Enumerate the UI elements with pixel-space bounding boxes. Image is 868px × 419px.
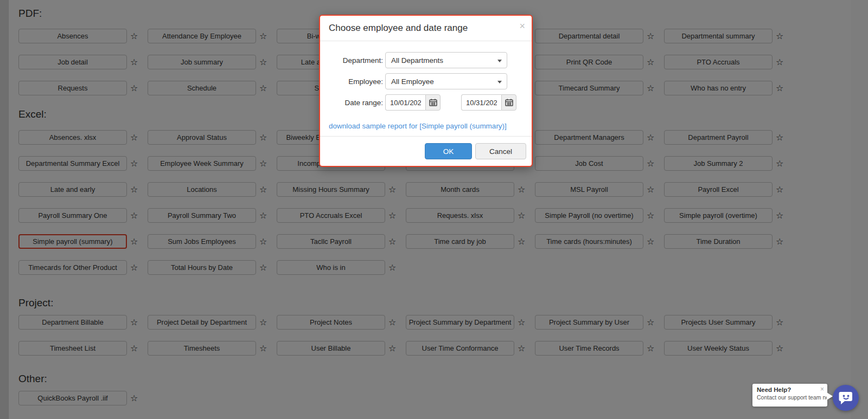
department-select[interactable]: All Departments: [385, 52, 507, 68]
ok-button[interactable]: OK: [425, 143, 472, 159]
end-date-group: [461, 94, 516, 111]
department-select-value: All Departments: [391, 56, 443, 65]
chevron-down-icon: [497, 60, 502, 62]
tooltip-arrow: [827, 392, 833, 400]
employee-select[interactable]: All Employee: [385, 73, 507, 89]
date-range-row: Date range:: [329, 94, 523, 111]
calendar-icon-button[interactable]: [501, 94, 516, 111]
close-icon[interactable]: ×: [820, 385, 824, 393]
choose-employee-date-range-dialog: Choose employee and date range × Departm…: [319, 15, 533, 167]
end-date-input[interactable]: [461, 94, 501, 111]
calendar-icon: [505, 99, 513, 106]
employee-row: Employee: All Employee: [329, 73, 523, 89]
cancel-button[interactable]: Cancel: [475, 143, 526, 159]
dialog-title: Choose employee and date range: [329, 23, 468, 33]
start-date-input[interactable]: [385, 94, 425, 111]
dialog-body: Department: All Departments Employee: Al…: [320, 41, 532, 136]
close-icon[interactable]: ×: [519, 21, 525, 31]
department-row: Department: All Departments: [329, 52, 523, 68]
need-help-tooltip: Need Help? Contact our support team now.…: [752, 384, 827, 407]
help-title: Need Help?: [757, 386, 823, 393]
calendar-icon-button[interactable]: [425, 94, 441, 111]
reports-screen: PDF:Absences☆Attendance By Employee☆Bi-w…: [0, 0, 868, 419]
chat-bubble-icon: [838, 390, 854, 405]
start-date-group: [385, 94, 441, 111]
help-subtitle: Contact our support team now.: [757, 394, 823, 401]
department-label: Department:: [329, 56, 383, 65]
dialog-footer: OK Cancel: [320, 136, 532, 166]
support-chat-button[interactable]: [833, 385, 859, 411]
employee-label: Employee:: [329, 78, 383, 86]
date-range-label: Date range:: [329, 99, 383, 107]
calendar-icon: [429, 99, 437, 106]
download-sample-report-link[interactable]: download sample report for [Simple payro…: [329, 122, 507, 130]
chevron-down-icon: [497, 81, 502, 83]
employee-select-value: All Employee: [391, 78, 434, 86]
dialog-header: Choose employee and date range ×: [320, 16, 532, 41]
